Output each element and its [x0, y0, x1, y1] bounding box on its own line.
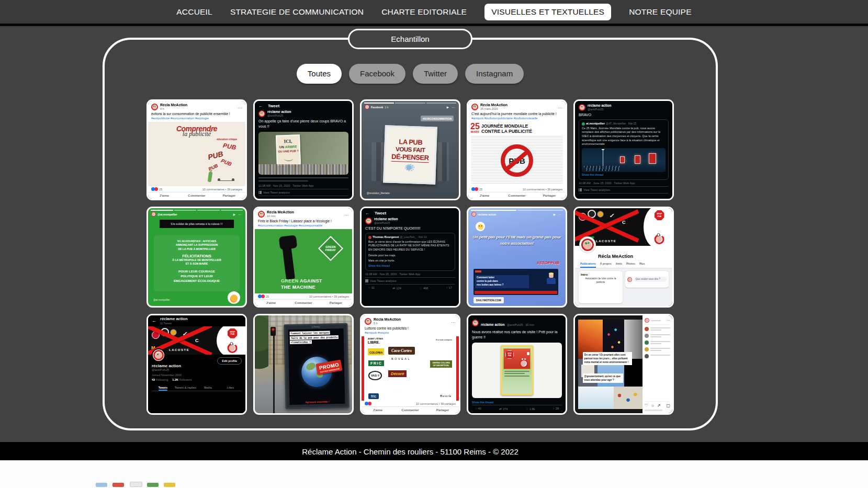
- comment-row: [645, 334, 670, 338]
- photo-card-billboard[interactable]: JCDecaux Comment laisser les marques fai…: [253, 314, 354, 415]
- no-ads-sign: PUB: [501, 144, 533, 177]
- story-banner-text: Un soldat de plus revenu à la raison !!: [160, 220, 234, 228]
- story-author: Facebook: [371, 106, 383, 109]
- post-meta: 4 h: [160, 107, 187, 110]
- taskbar-sliver: [0, 460, 868, 488]
- facebook-post-card-4[interactable]: Récla MeAction 5 h … Luttons contre les …: [360, 314, 460, 415]
- back-icon: ←: [152, 318, 156, 323]
- story-avatar: [471, 212, 476, 217]
- post-hashtags: #antipublicité #surconsomation #ecologie: [148, 117, 245, 122]
- stoppub-hashtag: #STOPPUB: [537, 260, 559, 265]
- instagram-post-card[interactable]: On en crève ! Et pourtant elles sont par…: [573, 314, 674, 415]
- post-image: AVANT J'ÉTAISLIBRE. Il a tout compris. C…: [362, 336, 459, 401]
- reaction-count: 25: [266, 295, 269, 298]
- tweet-text: On appelle ça faire d'une pierre deux co…: [258, 119, 348, 129]
- account-handle: @antiPub25: [374, 221, 398, 225]
- nav-item-charte[interactable]: CHARTE EDITORIALE: [381, 7, 467, 17]
- author-name: Récla MeAction: [480, 103, 508, 107]
- account-avatar: [472, 320, 479, 326]
- tab-publications: Publications: [580, 262, 596, 268]
- parody-logo: fric: [368, 393, 379, 399]
- instagram-story-card-3[interactable]: réclame action ▶ ⋯ Un petit pas pour l'E…: [467, 207, 567, 308]
- reply-count: 40: [475, 407, 481, 411]
- intro-box: Intro Association de lutte contre la pub…: [579, 271, 623, 303]
- profile-handle: @antiPub25: [152, 368, 242, 371]
- profile-name-header: réclame action: [160, 317, 188, 322]
- logos-collage-tile: [614, 387, 642, 409]
- traffic-light-pole: [273, 333, 275, 413]
- retweet-count: 274: [499, 407, 508, 411]
- story-controls-icons: ▶ ⋯: [233, 213, 242, 216]
- like-button: J'aime: [362, 408, 394, 412]
- story-author: @at.montpellier: [157, 213, 177, 216]
- comment-button: Commenter: [287, 301, 320, 304]
- melting-ice-tile: [578, 387, 614, 409]
- comment-row: [645, 354, 670, 358]
- twitter-post-card-3[interactable]: ← Tweet réclame action @antiPub25 C'EST …: [360, 207, 460, 308]
- twitter-post-card-4[interactable]: réclame action @antiPub25 · 30 min Nous …: [467, 314, 567, 415]
- quoted-text: Bon, je viens donc d'avoir la confirmati…: [368, 240, 452, 252]
- quoted-avatar: [368, 236, 371, 239]
- taskbar-icon: [96, 483, 107, 487]
- instagram-story-card-1[interactable]: Facebook 1 h ▶ ⋯ #SURCONSOMMATION LA PUB…: [360, 99, 460, 200]
- photo-caption-line: [258, 177, 348, 178]
- nav-item-strategie[interactable]: STRATEGIE DE COMMUNICATION: [230, 7, 364, 17]
- tab-replies: Tweets & replies: [174, 384, 197, 391]
- share-comment-count: 10 commentaires • 39 partages: [202, 188, 242, 191]
- story-credit: @at.montpellier: [153, 299, 170, 301]
- tab-plus: Plus: [639, 262, 645, 268]
- twitter-post-card-1[interactable]: ← Tweet réclame action @antiPub25 On app…: [253, 99, 354, 200]
- tab-tweets: Tweets: [152, 384, 174, 391]
- post-text: C'est aujourd'hui la journée mondiale co…: [468, 111, 566, 117]
- post-text: Luttons contre les publicités !: [362, 326, 459, 331]
- shopping-cart-drawing: [213, 168, 239, 181]
- story-credit: @revolution_libertaire: [367, 192, 390, 195]
- facebook-post-card-3[interactable]: Récla MeAction 10 min … Finis le Black F…: [253, 207, 354, 308]
- share-button: Partager: [213, 194, 245, 197]
- edit-profile-button: Edit profile: [217, 357, 242, 365]
- stop-pub-sign: STOP PUB: [228, 328, 238, 338]
- nav-item-visuelles[interactable]: VISUELLES ET TEXTUELLES: [484, 4, 611, 20]
- reaction-count: 25: [479, 188, 482, 191]
- post-image: Comprendre la publicité éducation critiq…: [148, 122, 245, 186]
- trading-card-photo: STOP PUB: [472, 343, 562, 398]
- collage-caption-1: On en crève ! Et pourtant elles sont par…: [583, 352, 632, 365]
- filter-toutes[interactable]: Toutes: [297, 64, 342, 84]
- reaction-count: 25: [159, 188, 162, 191]
- facebook-post-card-1[interactable]: Récla MeAction 4 h … évitons la sur cons…: [146, 99, 247, 200]
- page-avatar: [365, 318, 371, 325]
- parody-logo: VAS-Y: [368, 371, 382, 380]
- facebook-post-card-2[interactable]: Récla MeAction 25 mars 2020 … C'est aujo…: [467, 99, 567, 200]
- page-footer: Réclame Action - Chemin des rouliers - 5…: [0, 442, 868, 461]
- account-name: réclame action: [374, 217, 398, 221]
- person-drawing: [208, 172, 213, 183]
- nav-item-equipe[interactable]: NOTRE EQUIPE: [629, 7, 692, 17]
- post-hashtags: #surconssomation #ecologie #ecoresponsab…: [255, 224, 352, 229]
- samples-grid: Récla MeAction 4 h … évitons la sur cons…: [105, 99, 716, 415]
- filter-twitter[interactable]: Twitter: [413, 64, 458, 84]
- composer-placeholder: Que voulez-vous dire ?: [634, 277, 667, 282]
- tab-likes: Likes: [219, 384, 242, 391]
- retweet-count: 124: [393, 286, 401, 290]
- comment-button: Commenter: [181, 194, 213, 197]
- page-avatar: [471, 104, 478, 110]
- street-trees: [255, 315, 268, 376]
- footer-text: Réclame Action - Chemin des rouliers - 5…: [302, 447, 518, 456]
- facebook-profile-card[interactable]: ✓ C M LACOSTE STOP PUB: [573, 207, 674, 308]
- instagram-story-card-2[interactable]: @at.montpellier ▶ ⋯ Un soldat de plus re…: [146, 207, 247, 308]
- nav-item-accueil[interactable]: ACCUEIL: [176, 7, 212, 17]
- twitter-profile-card[interactable]: ← réclame action 11 Tweets ✓ C: [146, 314, 247, 415]
- parody-logo: BOVEAL: [391, 357, 411, 360]
- ad-panel: [620, 156, 625, 163]
- twitter-post-card-2[interactable]: réclame action @antiPub25 BRAVO at.montp…: [573, 99, 674, 200]
- analytics-link: View Tweet analytics: [370, 279, 397, 282]
- share-count: 17: [446, 286, 452, 290]
- filter-facebook[interactable]: Facebook: [349, 64, 405, 84]
- comments-panel: ⋯ ♡ ○ ↗ ▢: [642, 315, 672, 413]
- share-comment-count: 10 commentaires • 39 partages: [309, 295, 349, 298]
- photo-caption-line: [258, 180, 308, 181]
- filter-instagram[interactable]: Instagnam: [465, 64, 524, 84]
- story-progress-bar: [151, 210, 243, 211]
- comment-icon: ○: [651, 403, 654, 408]
- post-meta: 25 mars 2020: [480, 107, 508, 110]
